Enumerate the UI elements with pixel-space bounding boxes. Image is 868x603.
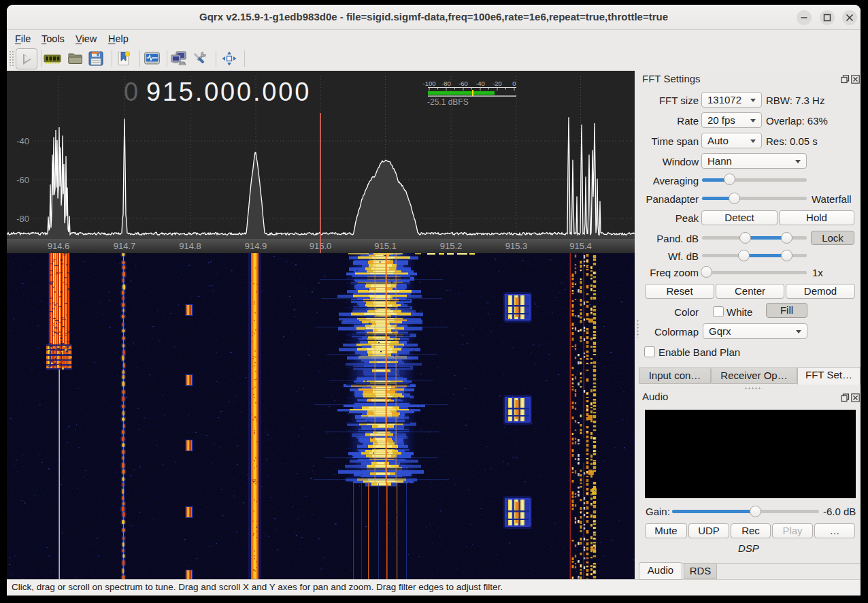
- svg-text:915.2: 915.2: [440, 241, 463, 251]
- svg-text:915.4: 915.4: [569, 241, 592, 251]
- svg-text:915.000.000: 915.000.000: [146, 78, 311, 106]
- svg-text:-60: -60: [458, 80, 468, 87]
- svg-text:-40: -40: [475, 80, 485, 87]
- svg-text:-80: -80: [441, 80, 451, 87]
- svg-text:914.6: 914.6: [48, 241, 70, 251]
- svg-text:914.8: 914.8: [179, 241, 201, 251]
- svg-text:-60: -60: [16, 175, 29, 185]
- svg-text:914.7: 914.7: [114, 241, 136, 251]
- svg-text:0: 0: [512, 80, 516, 87]
- svg-text:914.9: 914.9: [245, 241, 267, 251]
- svg-text:-20: -20: [493, 80, 502, 87]
- svg-text:-40: -40: [16, 136, 29, 146]
- svg-text:0: 0: [124, 78, 140, 106]
- svg-text:-100: -100: [422, 80, 435, 87]
- svg-text:915.3: 915.3: [505, 241, 528, 251]
- svg-text:-25.1 dBFS: -25.1 dBFS: [427, 97, 469, 107]
- svg-text:915.1: 915.1: [374, 241, 397, 251]
- svg-text:-80: -80: [16, 214, 29, 224]
